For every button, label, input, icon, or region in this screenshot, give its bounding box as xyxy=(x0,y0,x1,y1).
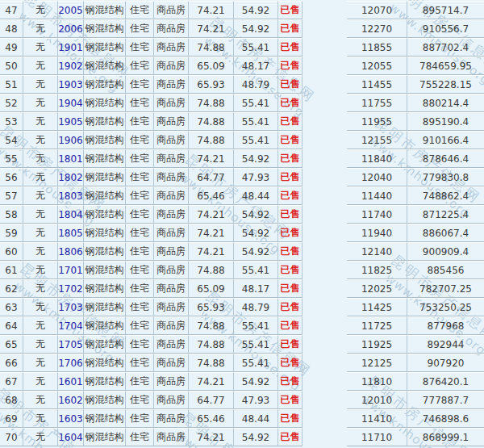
cell-room-number[interactable]: 1901 xyxy=(58,38,84,57)
cell-house-type: 商品房 xyxy=(154,242,189,261)
spacer-cell xyxy=(302,261,347,279)
cell-room-number[interactable]: 1602 xyxy=(58,391,84,409)
cell-row-number: 49 xyxy=(0,38,23,57)
unit-listing-page: 昆明市房产信息网www.kmhouse.org昆明市房产信息网www.kmhou… xyxy=(0,0,484,448)
cell-sold-status: 已售 xyxy=(278,224,302,242)
table-row: 60无1806钢混结构住宅商品房74.2154.92已售12140900909.… xyxy=(0,242,484,261)
cell-inner-area: 48.79 xyxy=(234,75,278,94)
spacer-cell xyxy=(302,316,347,335)
cell-house-type: 商品房 xyxy=(154,57,189,75)
cell-floor-area: 65.46 xyxy=(189,186,234,205)
cell-sale-limit: 无 xyxy=(23,391,58,409)
cell-floor-area: 74.21 xyxy=(189,1,234,19)
cell-inner-area: 48.44 xyxy=(234,186,278,205)
cell-room-number[interactable]: 1803 xyxy=(58,186,84,205)
cell-inner-area: 55.41 xyxy=(234,354,278,372)
cell-inner-area: 54.92 xyxy=(234,372,278,391)
cell-structure: 钢混结构 xyxy=(84,57,126,75)
table-row: 47无2005钢混结构住宅商品房74.2154.92已售12070895714.… xyxy=(0,1,484,19)
cell-row-number: 69 xyxy=(0,409,23,428)
table-row: 55无1801钢混结构住宅商品房74.2154.92已售11840878646.… xyxy=(0,149,484,168)
cell-room-number[interactable]: 1601 xyxy=(58,372,84,391)
spacer-cell xyxy=(302,224,347,242)
cell-room-number[interactable]: 2006 xyxy=(58,19,84,38)
cell-room-number[interactable]: 1704 xyxy=(58,316,84,335)
cell-sold-status: 已售 xyxy=(278,186,302,205)
cell-sale-limit: 无 xyxy=(23,428,58,446)
cell-room-number[interactable]: 1801 xyxy=(58,149,84,168)
cell-row-number: 60 xyxy=(0,242,23,261)
cell-total-price: 755228.15 xyxy=(407,75,484,94)
cell-inner-area: 55.41 xyxy=(234,316,278,335)
cell-room-number[interactable]: 1604 xyxy=(58,428,84,446)
cell-unit-price: 12270 xyxy=(347,19,407,38)
cell-structure: 钢混结构 xyxy=(84,428,126,446)
cell-sale-limit: 无 xyxy=(23,57,58,75)
cell-sale-limit: 无 xyxy=(23,94,58,112)
cell-room-number[interactable]: 1705 xyxy=(58,335,84,354)
cell-room-number[interactable]: 1702 xyxy=(58,279,84,298)
cell-sold-status: 已售 xyxy=(278,1,302,19)
cell-sold-status: 已售 xyxy=(278,335,302,354)
cell-usage: 住宅 xyxy=(126,131,154,149)
spacer-cell xyxy=(302,335,347,354)
cell-room-number[interactable]: 1906 xyxy=(58,131,84,149)
table-row: 63无1703钢混结构住宅商品房65.9348.79已售11425753250.… xyxy=(0,298,484,316)
cell-house-type: 商品房 xyxy=(154,75,189,94)
cell-room-number[interactable]: 1806 xyxy=(58,242,84,261)
spacer-cell xyxy=(302,279,347,298)
cell-structure: 钢混结构 xyxy=(84,242,126,261)
cell-room-number[interactable]: 1603 xyxy=(58,409,84,428)
cell-room-number[interactable]: 1701 xyxy=(58,261,84,279)
cell-inner-area: 55.41 xyxy=(234,94,278,112)
cell-usage: 住宅 xyxy=(126,149,154,168)
cell-structure: 钢混结构 xyxy=(84,261,126,279)
cell-row-number: 67 xyxy=(0,372,23,391)
cell-room-number[interactable]: 1902 xyxy=(58,57,84,75)
cell-row-number: 55 xyxy=(0,149,23,168)
table-row: 62无1702钢混结构住宅商品房65.0948.17已售12025782707.… xyxy=(0,279,484,298)
cell-room-number[interactable]: 1903 xyxy=(58,75,84,94)
cell-inner-area: 55.41 xyxy=(234,38,278,57)
cell-room-number[interactable]: 1802 xyxy=(58,168,84,186)
spacer-cell xyxy=(302,131,347,149)
cell-house-type: 商品房 xyxy=(154,428,189,446)
cell-total-price: 895714.7 xyxy=(407,1,484,19)
cell-structure: 钢混结构 xyxy=(84,94,126,112)
cell-sold-status: 已售 xyxy=(278,112,302,131)
cell-structure: 钢混结构 xyxy=(84,186,126,205)
spacer-cell xyxy=(302,186,347,205)
cell-total-price: 779830.8 xyxy=(407,168,484,186)
cell-room-number[interactable]: 1805 xyxy=(58,224,84,242)
cell-room-number[interactable]: 1706 xyxy=(58,354,84,372)
cell-house-type: 商品房 xyxy=(154,298,189,316)
cell-room-number[interactable]: 2005 xyxy=(58,1,84,19)
cell-house-type: 商品房 xyxy=(154,168,189,186)
spacer-cell xyxy=(302,298,347,316)
cell-floor-area: 74.21 xyxy=(189,428,234,446)
table-row: 68无1602钢混结构住宅商品房64.7747.93已售12010777887.… xyxy=(0,391,484,409)
unit-listing-table: 47无2005钢混结构住宅商品房74.2154.92已售12070895714.… xyxy=(0,1,484,446)
cell-room-number[interactable]: 1905 xyxy=(58,112,84,131)
cell-inner-area: 54.92 xyxy=(234,428,278,446)
cell-inner-area: 47.93 xyxy=(234,168,278,186)
cell-room-number[interactable]: 1804 xyxy=(58,205,84,224)
cell-total-price: 784659.95 xyxy=(407,57,484,75)
cell-row-number: 54 xyxy=(0,131,23,149)
cell-structure: 钢混结构 xyxy=(84,75,126,94)
cell-total-price: 746898.6 xyxy=(407,409,484,428)
cell-sale-limit: 无 xyxy=(23,261,58,279)
cell-floor-area: 64.77 xyxy=(189,391,234,409)
cell-structure: 钢混结构 xyxy=(84,1,126,19)
cell-usage: 住宅 xyxy=(126,279,154,298)
cell-row-number: 68 xyxy=(0,391,23,409)
cell-usage: 住宅 xyxy=(126,242,154,261)
cell-total-price: 885456 xyxy=(407,261,484,279)
cell-room-number[interactable]: 1703 xyxy=(58,298,84,316)
cell-row-number: 48 xyxy=(0,19,23,38)
cell-structure: 钢混结构 xyxy=(84,131,126,149)
cell-room-number[interactable]: 1904 xyxy=(58,94,84,112)
cell-usage: 住宅 xyxy=(126,409,154,428)
cell-unit-price: 11855 xyxy=(347,38,407,57)
cell-total-price: 886067.4 xyxy=(407,224,484,242)
